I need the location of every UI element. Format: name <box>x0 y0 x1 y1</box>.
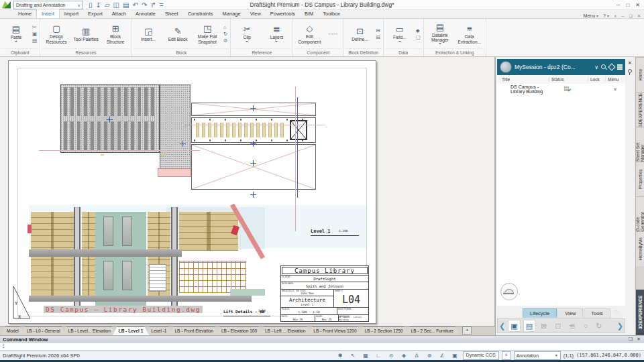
design-resources-button[interactable]: ▢ Design Resources <box>42 23 71 44</box>
menu-tab-view[interactable]: View <box>246 9 266 18</box>
user-avatar[interactable] <box>500 283 518 300</box>
insert-block-button[interactable]: ◲ Insert... <box>133 26 163 42</box>
new-file-icon[interactable]: ▯ <box>89 1 93 9</box>
pointer-icon[interactable]: ↖ <box>348 351 358 360</box>
menu-tab-home[interactable]: Home <box>13 9 36 18</box>
side-tab-sheet-set-manager[interactable]: Sheet Set Manager <box>636 127 644 162</box>
panel-close-icon[interactable]: ✕ <box>628 60 632 66</box>
ortho-icon[interactable]: ∟ <box>374 351 384 360</box>
component-mini-4-icon[interactable]: ▫ <box>336 31 338 37</box>
esnap-icon[interactable]: ◈ <box>399 351 409 360</box>
side-tab-homebyme[interactable]: HomeByMe <box>636 231 644 266</box>
replace-block-icon[interactable]: ↻ <box>223 31 227 37</box>
annotation-scale-select[interactable]: Annotation ▼ <box>514 351 561 360</box>
sheet-tab-l0-general[interactable]: LB - L0 - General <box>21 326 66 335</box>
menu-tab-powertools[interactable]: Powertools <box>266 9 300 18</box>
tool-palettes-button[interactable]: ▥ Tool Palettes <box>71 26 101 42</box>
unlock-icon[interactable]: ⊡ <box>552 320 564 332</box>
tools-tab[interactable]: Tools <box>584 308 610 318</box>
command-window-titlebar[interactable]: Command Window ❏ ✕ <box>0 335 644 343</box>
paste-special-icon[interactable]: ▤ <box>32 38 37 44</box>
undo-icon[interactable]: ↶ <box>133 1 138 9</box>
session-list-body[interactable] <box>497 95 625 306</box>
menu-icon[interactable] <box>617 64 623 70</box>
explore-icon[interactable]: ○ <box>581 320 591 332</box>
pin-icon[interactable] <box>628 69 632 73</box>
tag-icon[interactable] <box>608 63 615 70</box>
doc-close-button[interactable]: ✕ <box>637 13 641 18</box>
menu-tab-attach[interactable]: Attach <box>107 9 131 18</box>
field-button[interactable]: ▭ Field... <box>385 24 415 43</box>
redo-icon[interactable]: ↷ <box>142 1 147 9</box>
float-panel-icon[interactable]: ❏ <box>629 337 633 342</box>
dynamic-ccs-button[interactable]: Dynamic CCS <box>463 351 499 360</box>
menu-button[interactable]: Menu ▾ <box>584 13 598 18</box>
view-tab[interactable]: View <box>557 308 583 318</box>
snap-color-icon[interactable]: ✱ <box>335 351 345 360</box>
layers-button[interactable]: ≣ Layers <box>262 24 291 43</box>
sheet-tab-2-sec-furniture[interactable]: LB - 2 Sec... Furniture <box>405 326 460 335</box>
define-block-button[interactable]: ⊡ Define... <box>345 26 374 42</box>
menu-tab-manage[interactable]: Manage <box>218 9 246 18</box>
menu-tab-sheet[interactable]: Sheet <box>160 9 183 18</box>
search-icon[interactable] <box>601 64 606 70</box>
print-icon[interactable]: ▤ <box>123 1 129 9</box>
checkin-icon[interactable]: ▣ <box>508 320 520 332</box>
insert-component-icon[interactable]: ⌂ <box>223 24 227 30</box>
add-sheet-button[interactable]: + <box>462 326 472 335</box>
sheet-tab-level1[interactable]: LB - Level 1 <box>113 326 149 335</box>
cut-icon[interactable]: ✂ <box>32 24 37 30</box>
menu-tab-annotate[interactable]: Annotate <box>131 9 160 18</box>
database-icon[interactable]: ≣ <box>566 320 578 332</box>
save-icon[interactable]: ◫ <box>113 1 119 9</box>
clip-button[interactable]: ✂ Clip <box>232 24 262 43</box>
etrack-icon[interactable]: ∆ <box>412 351 422 360</box>
minimize-button[interactable]: ─ <box>616 2 621 8</box>
menu-tab-import[interactable]: Import <box>60 9 83 18</box>
sheet-tab-2-section-1250[interactable]: LB - 2 Section 1250 <box>359 326 409 335</box>
help-button[interactable]: ? ▾ <box>603 13 609 18</box>
manage-attributes-icon[interactable]: ⊞ <box>376 34 380 40</box>
qat-overflow-icon[interactable]: = <box>160 1 164 9</box>
attribute-definition-icon[interactable]: ⊟ <box>376 27 380 34</box>
refresh-icon[interactable]: ↻ <box>593 320 604 332</box>
export-sheet-icon[interactable]: ↱ <box>150 1 156 9</box>
update-field-icon[interactable]: ▢ <box>416 34 421 40</box>
side-tab-gcode-generator[interactable]: G-code Generator <box>636 196 644 231</box>
menu-tab-export[interactable]: Export <box>83 9 107 18</box>
doc-restore-button[interactable]: ❏ <box>629 13 633 18</box>
command-input[interactable]: : <box>0 343 644 350</box>
doc-minimize-button[interactable]: ─ <box>621 14 624 18</box>
close-button[interactable]: ✕ <box>635 2 640 8</box>
data-extraction-button[interactable]: ≡ Data Extraction... <box>455 23 484 44</box>
maximize-button[interactable]: □ <box>626 2 629 8</box>
edit-block-button[interactable]: ✎ Edit Block <box>163 26 193 42</box>
row-menu-chevron-icon[interactable]: ∨ <box>605 86 625 92</box>
paste-button[interactable]: ▤ Paste <box>1 24 31 43</box>
edit-component-button[interactable]: ◇ Edit Component <box>294 23 324 44</box>
copy-icon[interactable]: ▣ <box>32 31 37 37</box>
sheet-tab-elevation-100[interactable]: LB - Elevation 100 <box>215 326 263 335</box>
menu-tab-bim[interactable]: BIM <box>300 9 318 18</box>
scroll-left-icon[interactable]: ❮ <box>499 322 505 330</box>
make-flat-snapshot-button[interactable]: ◳ Make Flat Snapshot <box>193 23 222 44</box>
sheet-tab-front-views-1200[interactable]: LB - Front Views 1200 <box>307 326 362 335</box>
datalink-manager-button[interactable]: ▤ Datalink Manager <box>425 22 455 46</box>
scroll-right-icon[interactable]: ❯ <box>617 322 623 330</box>
side-tab-home[interactable]: Home <box>636 57 644 92</box>
open-file-icon[interactable]: ▱ <box>105 1 110 9</box>
purge-icon[interactable]: ⊘ <box>223 38 227 44</box>
chevron-down-icon[interactable]: ∨ <box>594 64 598 70</box>
close-command-icon[interactable]: ✕ <box>637 337 641 342</box>
ccs-icon[interactable]: ∠ <box>437 351 447 360</box>
gear-icon[interactable]: ⊛ <box>425 351 435 360</box>
sheet-tab-level-minus1[interactable]: Level -1 <box>145 326 172 335</box>
favorites-icon[interactable]: ♡ <box>614 310 619 316</box>
attach-import-icon[interactable]: ↧ <box>96 1 101 9</box>
workspace-selector[interactable]: Drafting and Annotation ∨ <box>13 1 83 9</box>
add-status-item-button[interactable]: + <box>502 351 511 360</box>
copy-mode-icon[interactable]: ▣ <box>450 351 460 360</box>
sheet-tab-front-elevation[interactable]: LB - Front Elevation <box>168 326 219 335</box>
sheet-tab-left-elevation[interactable]: LB - Left ... Elevation <box>259 326 311 335</box>
drawing-viewport[interactable]: Level 1 1:200 <box>0 57 495 326</box>
